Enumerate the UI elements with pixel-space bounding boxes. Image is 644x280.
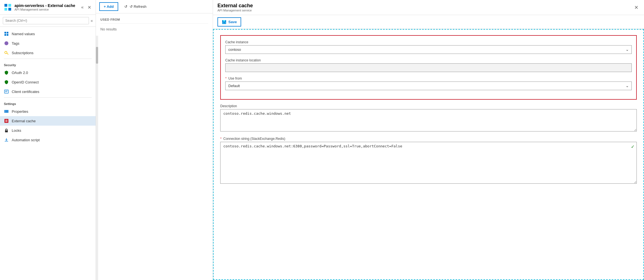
tag-icon — [4, 41, 9, 46]
svg-rect-25 — [223, 20, 225, 21]
svg-rect-27 — [223, 22, 225, 23]
use-from-label: * Use from — [225, 76, 632, 80]
sidebar-item-oauth2[interactable]: OAuth 2.0 — [0, 68, 96, 77]
right-panel: External cache API Management service ✕ … — [213, 0, 644, 280]
sidebar-item-subscriptions[interactable]: Subscriptions — [0, 48, 96, 58]
scroll-bar[interactable] — [96, 36, 98, 280]
security-section-label: Security — [0, 60, 96, 68]
cache-config-section: Cache instance contoso default Cache ins… — [220, 35, 637, 100]
connection-string-textarea[interactable]: contoso.redis.cache.windows.net:6380,pas… — [220, 142, 637, 184]
svg-rect-6 — [7, 32, 8, 33]
sidebar-item-label: Properties — [12, 109, 28, 114]
right-form-content: Cache instance contoso default Cache ins… — [213, 29, 644, 280]
left-panel-header: apim-serverless - External cache API Man… — [0, 0, 96, 15]
add-button[interactable]: + Add — [99, 2, 118, 11]
svg-rect-7 — [4, 34, 6, 36]
sidebar-item-label: Automation script — [12, 138, 40, 142]
download-icon — [4, 137, 9, 142]
description-group: Description contoso.redis.cache.windows.… — [220, 104, 637, 132]
svg-rect-5 — [4, 32, 6, 33]
left-panel: apim-serverless - External cache API Man… — [0, 0, 96, 280]
connection-string-group: * Connection string (StackExchange.Redis… — [220, 137, 637, 185]
used-from-column-header: USED FROM — [100, 18, 208, 24]
bars-icon — [4, 109, 9, 114]
right-toolbar: Save — [213, 15, 644, 29]
sidebar-item-openid[interactable]: OpenID Connect — [0, 77, 96, 87]
sidebar-item-external-cache[interactable]: External cache — [0, 116, 96, 126]
middle-toolbar: + Add ↺ ↺ Refresh — [96, 0, 213, 13]
svg-rect-8 — [7, 34, 8, 36]
sidebar-item-named-values[interactable]: Named values — [0, 29, 96, 39]
right-panel-header: External cache API Management service ✕ — [213, 0, 644, 15]
nav-list: Named values Tags Subscriptions Security — [0, 27, 96, 280]
lock-icon — [4, 128, 9, 133]
svg-rect-4 — [8, 8, 11, 11]
search-input[interactable] — [3, 17, 89, 24]
sidebar-item-properties[interactable]: Properties — [0, 107, 96, 116]
refresh-icon: ↺ — [124, 4, 127, 9]
cache-location-input — [225, 63, 632, 72]
middle-panel: + Add ↺ ↺ Refresh USED FROM No results — [96, 0, 213, 280]
cache-instance-group: Cache instance contoso default — [225, 40, 632, 54]
cache-instance-select-wrapper: contoso default — [225, 45, 632, 54]
scroll-thumb[interactable] — [96, 47, 98, 64]
svg-line-11 — [7, 53, 8, 54]
sidebar-item-label: OpenID Connect — [12, 80, 39, 84]
sidebar-item-label: Client certificates — [12, 90, 39, 94]
close-right-panel-button[interactable]: ✕ — [633, 4, 640, 11]
sidebar-item-tags[interactable]: Tags — [0, 39, 96, 48]
use-from-select-wrapper: Default East US West US Europe — [225, 82, 632, 90]
svg-rect-2 — [8, 4, 11, 7]
use-from-group: * Use from Default East US West US Europ… — [225, 76, 632, 90]
header-subtitle: API Management service — [14, 8, 78, 11]
connection-string-label: * Connection string (StackExchange.Redis… — [220, 137, 637, 141]
svg-rect-17 — [7, 110, 8, 113]
settings-section-label: Settings — [0, 99, 96, 107]
svg-rect-1 — [4, 4, 7, 7]
right-panel-subtitle: API Management service — [217, 9, 633, 12]
sidebar-item-label: Subscriptions — [12, 51, 33, 55]
key-icon — [4, 50, 9, 55]
cache-instance-select[interactable]: contoso default — [225, 45, 632, 54]
sidebar-item-label: Named values — [12, 32, 35, 36]
shield-green2-icon — [4, 80, 9, 85]
sidebar-item-client-certs[interactable]: Client certificates — [0, 87, 96, 96]
grid-icon — [4, 31, 9, 36]
connection-string-required-star: * — [220, 137, 222, 141]
cache-instance-label: Cache instance — [225, 40, 632, 44]
close-left-panel-button[interactable]: ✕ — [86, 4, 92, 11]
svg-point-9 — [4, 41, 8, 45]
right-panel-title-group: External cache API Management service — [217, 3, 633, 12]
header-actions: « ✕ — [80, 4, 92, 11]
sidebar-item-locks[interactable]: Locks — [0, 126, 96, 135]
refresh-label: ↺ Refresh — [130, 4, 146, 9]
sidebar-item-label: Tags — [12, 41, 19, 46]
refresh-button[interactable]: ↺ ↺ Refresh — [120, 3, 150, 10]
save-button[interactable]: Save — [217, 17, 241, 27]
collapse-panel-button[interactable]: « — [80, 4, 85, 11]
save-icon — [222, 20, 227, 24]
shield-green-icon — [4, 70, 9, 75]
svg-rect-22 — [5, 130, 8, 132]
svg-rect-3 — [4, 8, 7, 11]
sidebar-item-automation[interactable]: Automation script — [0, 135, 96, 145]
svg-rect-15 — [4, 110, 6, 113]
header-title: apim-serverless - External cache — [14, 3, 78, 8]
sidebar-item-label: External cache — [12, 119, 36, 123]
sidebar-item-label: Locks — [12, 128, 21, 133]
search-bar-container: « — [0, 15, 96, 27]
header-title-group: apim-serverless - External cache API Man… — [14, 3, 78, 11]
no-results-text: No results — [100, 27, 208, 31]
cache-location-group: Cache instance location — [225, 58, 632, 72]
svg-rect-16 — [6, 110, 7, 113]
use-from-select[interactable]: Default East US West US Europe — [225, 82, 632, 90]
app-icon — [3, 3, 12, 12]
description-textarea[interactable]: contoso.redis.cache.windows.net — [220, 109, 637, 131]
settings-divider — [4, 97, 92, 98]
connection-valid-check-icon: ✓ — [631, 144, 635, 149]
collapse-sidebar-button[interactable]: « — [91, 18, 93, 23]
cache-location-label: Cache instance location — [225, 58, 632, 62]
description-label: Description — [220, 104, 637, 108]
connection-string-wrapper: contoso.redis.cache.windows.net:6380,pas… — [220, 142, 637, 185]
right-panel-title: External cache — [217, 3, 633, 9]
